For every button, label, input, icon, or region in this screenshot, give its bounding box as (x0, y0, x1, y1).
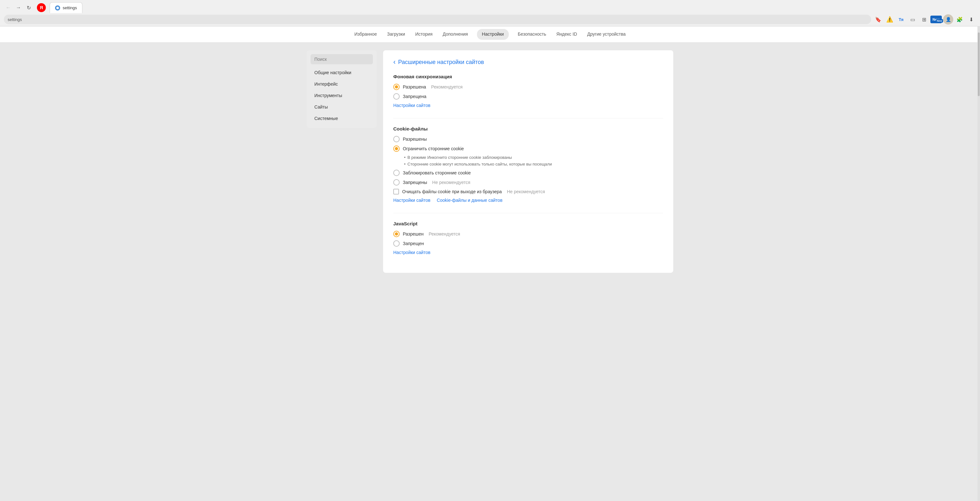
user-icon[interactable]: 👤 (943, 14, 953, 24)
radio-sync-allowed-circle[interactable] (393, 84, 399, 90)
qr-icon[interactable]: ⊞ (919, 14, 929, 24)
sidebar: Общие настройки Интерфейс Инструменты Са… (307, 50, 377, 128)
scrollbar-thumb[interactable] (978, 32, 980, 96)
radio-cookies-allowed[interactable]: Разрешены (393, 136, 663, 142)
radio-cookies-allowed-circle[interactable] (393, 136, 399, 142)
radio-cookies-limited-label: Ограничить сторонние cookie (403, 146, 464, 151)
tab-history[interactable]: История (414, 26, 434, 42)
address-bar[interactable]: settings (4, 14, 871, 24)
divider-1 (393, 118, 663, 118)
section-title-cookies: Cookie-файлы (393, 126, 663, 131)
sidebar-item-tools[interactable]: Инструменты (310, 90, 373, 101)
scrollbar[interactable] (977, 26, 980, 501)
section-background-sync: Фоновая синхронизация Разрешена Рекоменд… (393, 74, 663, 108)
tab-label: settings (63, 5, 77, 10)
tab-settings[interactable]: Настройки (477, 29, 509, 40)
tab-downloads[interactable]: Загрузки (386, 26, 406, 42)
radio-cookies-limited-circle[interactable] (393, 145, 399, 152)
radio-cookies-blocked[interactable]: Запрещены Не рекомендуется (393, 179, 663, 185)
radio-cookies-blocked-third-circle[interactable] (393, 170, 399, 176)
bullet-item-1: В режиме Инкогнито сторонние cookie забл… (404, 155, 663, 160)
forward-button[interactable]: → (14, 3, 23, 12)
bg-sync-site-settings-link[interactable]: Настройки сайтов (393, 103, 431, 108)
screen-icon[interactable]: ▭ (907, 14, 918, 24)
sidebar-item-sites[interactable]: Сайты (310, 101, 373, 113)
section-title-javascript: JavaScript (393, 221, 663, 226)
radio-sync-blocked[interactable]: Запрещена (393, 93, 663, 100)
browser-chrome: ← → ↻ Я settings settings 🔖 ⚠️ Тя ▭ ⊞ Ne… (0, 0, 980, 26)
section-cookies: Cookie-файлы Разрешены Ограничить сторон… (393, 126, 663, 203)
radio-js-blocked-label: Запрещен (403, 241, 424, 246)
yandex-logo: Я (37, 3, 46, 12)
sidebar-item-interface[interactable]: Интерфейс (310, 78, 373, 90)
sidebar-item-system[interactable]: Системные (310, 113, 373, 124)
translate-icon[interactable]: Тя (896, 14, 906, 24)
tab-security[interactable]: Безопасность (516, 26, 547, 42)
search-input[interactable] (310, 54, 373, 64)
page-title: Расширенные настройки сайтов (398, 59, 484, 65)
cookies-bullet-list: В режиме Инкогнито сторонние cookie забл… (404, 155, 663, 166)
radio-cookies-blocked-third-label: Заблокировать сторонние cookie (403, 170, 471, 176)
clear-cookies-hint: Не рекомендуется (507, 189, 545, 194)
alert-icon[interactable]: ⚠️ (885, 14, 895, 24)
tab-bar: ← → ↻ Я settings (0, 0, 980, 13)
bullet-item-2: Сторонние cookie могут использовать толь… (404, 162, 663, 166)
nav-buttons: ← → ↻ (4, 3, 33, 12)
radio-cookies-blocked-third[interactable]: Заблокировать сторонние cookie (393, 170, 663, 176)
js-site-settings-link[interactable]: Настройки сайтов (393, 250, 431, 255)
address-text: settings (8, 17, 22, 22)
radio-cookies-blocked-circle[interactable] (393, 179, 399, 185)
radio-js-blocked[interactable]: Запрещен (393, 240, 663, 247)
back-button[interactable]: ← (4, 3, 13, 12)
settings-panel: ‹ Расширенные настройки сайтов Фоновая с… (383, 50, 673, 273)
checkbox-clear-cookies-label: Очищать файлы cookie при выходе из брауз… (402, 189, 502, 194)
cookies-data-link[interactable]: Cookie-файлы и данные сайтов (437, 198, 503, 203)
new-badge-icon[interactable]: New (931, 16, 942, 23)
tab-extensions[interactable]: Дополнения (441, 26, 469, 42)
js-allowed-hint: Рекомендуется (429, 231, 460, 236)
toolbar-icons: 🔖 ⚠️ Тя ▭ ⊞ New 👤 🧩 ⬇ (873, 14, 976, 24)
checkbox-clear-cookies-box[interactable] (393, 189, 399, 195)
main-content: Общие настройки Интерфейс Инструменты Са… (299, 50, 681, 273)
tab-favicon (55, 5, 60, 11)
cookies-site-settings-link[interactable]: Настройки сайтов (393, 198, 431, 203)
divider-2 (393, 213, 663, 213)
radio-cookies-blocked-label: Запрещены (403, 180, 427, 185)
radio-sync-blocked-circle[interactable] (393, 93, 399, 100)
sidebar-item-general[interactable]: Общие настройки (310, 67, 373, 78)
radio-cookies-allowed-label: Разрешены (403, 137, 427, 142)
radio-cookies-limited[interactable]: Ограничить сторонние cookie (393, 145, 663, 152)
checkbox-clear-cookies[interactable]: Очищать файлы cookie при выходе из брауз… (393, 189, 663, 195)
tab-other-devices[interactable]: Другие устройства (586, 26, 627, 42)
sync-allowed-hint: Рекомендуется (431, 85, 463, 89)
tab-favorites[interactable]: Избранное (353, 26, 378, 42)
bookmark-icon[interactable]: 🔖 (873, 14, 883, 24)
svg-point-0 (56, 7, 59, 9)
nav-tabs: Избранное Загрузки История Дополнения На… (0, 26, 980, 43)
radio-js-allowed-circle[interactable] (393, 231, 399, 237)
download-icon[interactable]: ⬇ (966, 14, 976, 24)
active-tab[interactable]: settings (49, 2, 83, 13)
radio-sync-allowed[interactable]: Разрешена Рекомендуется (393, 84, 663, 90)
cookies-blocked-hint: Не рекомендуется (432, 180, 470, 185)
refresh-button[interactable]: ↻ (24, 3, 33, 12)
section-javascript: JavaScript Разрешен Рекомендуется Запрещ… (393, 221, 663, 255)
back-link[interactable]: ‹ Расширенные настройки сайтов (393, 58, 663, 66)
radio-js-blocked-circle[interactable] (393, 240, 399, 247)
radio-sync-allowed-label: Разрешена (403, 85, 426, 89)
address-bar-row: settings 🔖 ⚠️ Тя ▭ ⊞ New 👤 🧩 ⬇ (0, 13, 980, 26)
section-title-bg-sync: Фоновая синхронизация (393, 74, 663, 79)
extensions-icon[interactable]: 🧩 (955, 14, 965, 24)
cookies-links-row: Настройки сайтов Cookie-файлы и данные с… (393, 198, 663, 203)
radio-js-allowed-label: Разрешен (403, 231, 423, 236)
radio-js-allowed[interactable]: Разрешен Рекомендуется (393, 231, 663, 237)
back-chevron: ‹ (393, 58, 396, 66)
radio-sync-blocked-label: Запрещена (403, 94, 426, 99)
tab-yandex-id[interactable]: Яндекс ID (555, 26, 579, 42)
